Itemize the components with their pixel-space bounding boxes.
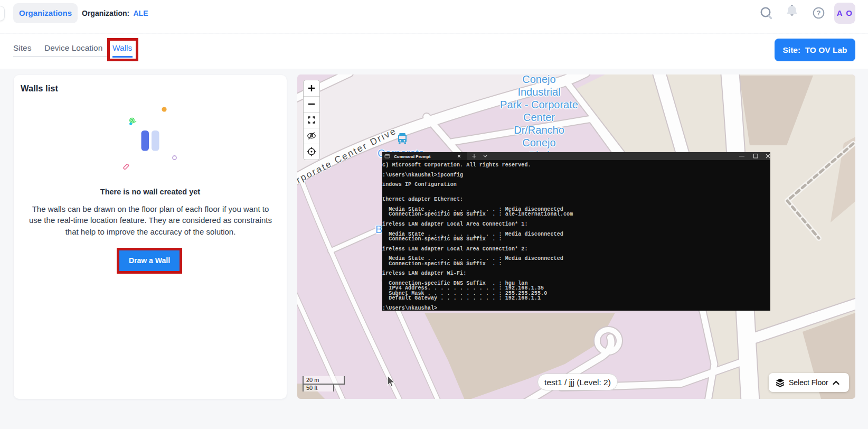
svg-text:?: ? (817, 9, 821, 17)
